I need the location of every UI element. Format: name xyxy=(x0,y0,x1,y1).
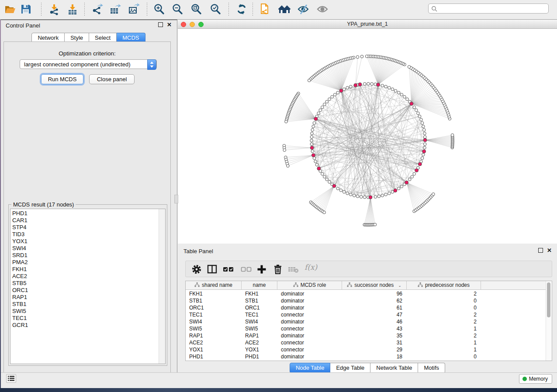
graph-node[interactable] xyxy=(323,103,326,106)
graph-leaf-node[interactable] xyxy=(287,165,290,168)
mcds-result-item[interactable]: SRD1 xyxy=(12,252,165,259)
graph-hub-node[interactable] xyxy=(394,189,397,192)
graph-node[interactable] xyxy=(403,96,406,99)
mcds-result-item[interactable]: STB1 xyxy=(12,301,165,308)
graph-node[interactable] xyxy=(391,88,394,91)
graph-node[interactable] xyxy=(349,85,353,88)
graph-leaf-node[interactable] xyxy=(408,65,411,69)
search-input[interactable] xyxy=(428,3,549,14)
mcds-result-item[interactable]: TID3 xyxy=(12,231,165,238)
graph-hub-node[interactable] xyxy=(332,184,336,188)
refresh-view-icon[interactable] xyxy=(235,3,248,15)
zoom-fit-icon[interactable] xyxy=(190,3,202,15)
graph-node[interactable] xyxy=(413,172,416,175)
mcds-result-item[interactable]: GCR1 xyxy=(12,322,165,329)
graph-node[interactable] xyxy=(353,194,356,197)
show-graphics-details-icon[interactable] xyxy=(316,3,329,15)
delete-table-icon[interactable] xyxy=(288,264,299,276)
graph-node[interactable] xyxy=(321,172,324,175)
export-network-icon[interactable] xyxy=(91,3,104,15)
graph-node[interactable] xyxy=(310,136,313,139)
graph-node[interactable] xyxy=(323,175,326,179)
table-row[interactable]: TEC1TEC1connector472 xyxy=(186,311,546,318)
graph-node[interactable] xyxy=(417,112,420,115)
splitter-handle[interactable] xyxy=(174,195,178,203)
graph-leaf-node[interactable] xyxy=(451,134,454,137)
graph-node[interactable] xyxy=(423,136,426,139)
graph-node[interactable] xyxy=(406,98,409,101)
run-mcds-button[interactable]: Run MCDS xyxy=(41,74,83,84)
graph-node[interactable] xyxy=(311,150,314,153)
table-row[interactable]: STB1STB1dominator620 xyxy=(186,297,546,304)
import-table-icon[interactable] xyxy=(66,3,79,15)
mcds-result-item[interactable]: STB5 xyxy=(12,280,165,287)
table-options-icon[interactable] xyxy=(191,264,202,277)
graph-hub-node[interactable] xyxy=(422,150,426,153)
column-header-shared-name[interactable]: shared name xyxy=(186,281,242,289)
graph-node[interactable] xyxy=(314,160,317,163)
zoom-out-icon[interactable] xyxy=(171,3,183,15)
column-header-MCDS-role[interactable]: MCDS role xyxy=(277,281,342,289)
mcds-result-item[interactable]: SWI5 xyxy=(12,308,165,315)
zoom-in-icon[interactable] xyxy=(153,3,165,15)
open-session-from-url-icon[interactable] xyxy=(259,3,271,15)
save-session-icon[interactable] xyxy=(20,3,32,15)
column-header-successor-nodes[interactable]: successor nodes⌄ xyxy=(342,281,407,289)
mcds-result-item[interactable]: ACE2 xyxy=(12,273,165,280)
graph-leaf-node[interactable] xyxy=(308,79,311,82)
graph-node[interactable] xyxy=(377,195,381,198)
graph-node[interactable] xyxy=(313,122,316,125)
table-row[interactable]: RAP1RAP1dominator352 xyxy=(186,332,546,339)
graph-hub-node[interactable] xyxy=(369,196,372,199)
graph-leaf-node[interactable] xyxy=(283,149,286,152)
add-column-icon[interactable] xyxy=(256,264,267,276)
graph-hub-node[interactable] xyxy=(410,102,413,106)
graph-node[interactable] xyxy=(319,109,322,112)
graph-node[interactable] xyxy=(360,196,363,199)
graph-leaf-node[interactable] xyxy=(285,120,288,123)
table-row[interactable]: YOX1YOX1connector291 xyxy=(186,346,546,353)
mcds-result-item[interactable]: PMA2 xyxy=(12,259,165,266)
table-row[interactable]: SWI4SWI4dominator462 xyxy=(186,318,546,325)
graph-node[interactable] xyxy=(421,122,424,125)
graph-leaf-node[interactable] xyxy=(374,223,377,226)
show-column-panel-icon[interactable] xyxy=(207,264,218,276)
graph-node[interactable] xyxy=(422,125,425,128)
graph-node[interactable] xyxy=(381,194,384,197)
hide-graphics-details-icon[interactable] xyxy=(297,3,309,15)
tab-network-table[interactable]: Network Table xyxy=(370,363,418,373)
graph-node[interactable] xyxy=(423,146,426,149)
graph-node[interactable] xyxy=(367,83,370,86)
graph-hub-node[interactable] xyxy=(339,89,343,93)
mcds-result-item[interactable]: CAR1 xyxy=(12,217,165,224)
column-header-name[interactable]: name xyxy=(242,281,277,289)
graph-node[interactable] xyxy=(317,112,320,115)
graph-node[interactable] xyxy=(408,178,412,181)
mcds-result-item[interactable]: RAP1 xyxy=(12,294,165,301)
mcds-result-item[interactable]: SWI4 xyxy=(12,245,165,252)
graph-node[interactable] xyxy=(321,106,324,109)
table-row[interactable]: SWI5SWI5connector431 xyxy=(186,325,546,332)
graph-hub-node[interactable] xyxy=(311,154,315,157)
graph-node[interactable] xyxy=(325,100,329,103)
graph-node[interactable] xyxy=(331,96,334,99)
graph-node[interactable] xyxy=(325,178,329,181)
table-row[interactable]: PHD1PHD1dominator180 xyxy=(186,353,546,360)
graph-leaf-node[interactable] xyxy=(323,211,326,214)
graph-node[interactable] xyxy=(311,132,314,135)
graph-node[interactable] xyxy=(374,196,377,199)
float-panel-icon[interactable] xyxy=(158,22,163,27)
graph-leaf-node[interactable] xyxy=(432,193,435,196)
mcds-result-item[interactable]: STP4 xyxy=(12,224,165,231)
mcds-list-scrollbar[interactable] xyxy=(159,209,165,364)
graph-node[interactable] xyxy=(388,86,391,89)
mcds-result-list[interactable]: PHD1CAR1STP4TID3YOX1SWI4SRD1PMA2FKH1ACE2… xyxy=(10,209,166,364)
graph-hub-node[interactable] xyxy=(314,117,318,120)
graph-hub-node[interactable] xyxy=(415,168,419,172)
close-panel-icon[interactable]: ✕ xyxy=(167,22,172,27)
graph-node[interactable] xyxy=(422,153,425,156)
graph-node[interactable] xyxy=(423,132,426,135)
graph-node[interactable] xyxy=(363,196,367,199)
mcds-result-item[interactable]: FKH1 xyxy=(12,266,165,273)
graph-node[interactable] xyxy=(356,195,359,198)
